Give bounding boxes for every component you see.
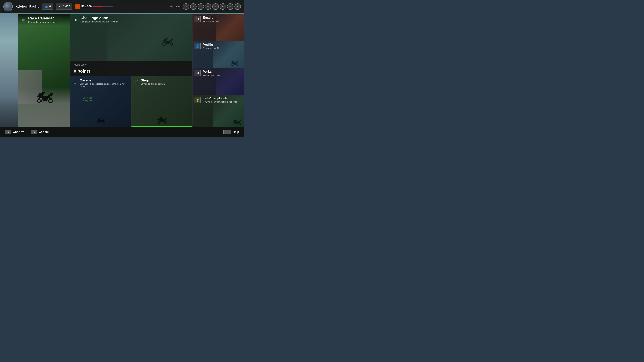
money-icon: £ [58, 5, 62, 8]
profile-title: Profile [202, 43, 220, 46]
emails-text: Emails View all your emails [202, 16, 220, 22]
irish-championship-title: Irish Championship [202, 97, 237, 100]
challenge-zone-panel[interactable]: 🏍 ◈ Challenge Zone Complete challenges a… [70, 14, 192, 76]
cancel-label: Cancel [39, 130, 49, 134]
irish-championship-content: 🏆 Irish Championship View the Irish Cham… [192, 95, 244, 127]
confirm-label: Confirm [13, 130, 24, 134]
help-action[interactable]: ALT Help [223, 130, 239, 134]
signature-badges: A B C D E F G H [183, 3, 241, 10]
profile-icon: 👤 [194, 43, 200, 49]
garage-panel[interactable]: 🏍 WILSONRACING 🏍 Garage View your bike c… [70, 76, 132, 127]
garage-icon: 🏍 [72, 80, 78, 86]
emails-content: ✉ Emails View all your emails [192, 14, 244, 40]
confirm-btn-symbol: ◄ [7, 131, 9, 133]
bottombar: ◄ Confirm ◄ Cancel ALT Help [0, 127, 244, 137]
xp-bar-fill [93, 6, 103, 7]
cancel-button-icon[interactable]: ◄ [31, 130, 37, 134]
sig-badge-b: B [190, 3, 196, 10]
stat-fans: 👥 0 [42, 3, 53, 9]
profile-content: 👤 Profile Display your profile [192, 41, 244, 67]
challenge-icon: ◈ [73, 17, 78, 22]
xp-icon: ↓ [75, 4, 80, 9]
sig-badge-e: E [212, 3, 219, 10]
help-label: Help [232, 130, 239, 134]
challenge-zone-description: Complete challenges and earn rewards [80, 20, 118, 23]
topbar: Kylotonn Racing 👥 0 £ 1 000 ↓ 50 / 100 S… [0, 0, 244, 13]
emails-description: View all your emails [202, 20, 220, 22]
perks-icon: ⊞ [194, 70, 200, 76]
fans-icon: 👥 [44, 5, 48, 8]
irish-championship-panel[interactable]: 🏍 🏆 Irish Championship View the Irish Ch… [192, 95, 244, 127]
confirm-button-icon[interactable]: ◄ [5, 130, 11, 134]
signatures-label: Signatures [170, 5, 181, 8]
medal-score-value: 0 points [74, 68, 189, 74]
shop-title-block: 🛒 Shop Buy bikes and equipment [132, 76, 192, 87]
profile-description: Display your profile [202, 47, 220, 49]
shop-icon: 🛒 [134, 79, 139, 84]
shop-description: Buy bikes and equipment [141, 83, 165, 85]
race-calendar-title-overlay: ▦ Race Calendar Plan and start your next… [18, 14, 70, 26]
xp-section: ↓ 50 / 100 [75, 4, 113, 9]
race-calendar-description: Plan and start your next races [28, 21, 57, 23]
race-calendar-text: Race Calendar Plan and start your next r… [28, 16, 57, 23]
irish-championship-text: Irish Championship View the Irish Champi… [202, 97, 237, 103]
stat-fans-value: 0 [49, 5, 51, 8]
perks-content: ⊞ Perks Manage your perks [192, 68, 244, 94]
confirm-action[interactable]: ◄ Confirm [5, 130, 24, 134]
medal-score-label: Medal score [74, 63, 189, 67]
challenge-zone-title-block: ◈ Challenge Zone Complete challenges and… [70, 14, 192, 25]
help-btn-symbol: ALT [226, 131, 228, 133]
profile-text: Profile Display your profile [202, 43, 220, 49]
emails-panel[interactable]: ✉ Emails View all your emails [192, 14, 244, 41]
stat-money-value: 1 000 [63, 5, 70, 8]
xp-bar [93, 6, 113, 7]
emails-title: Emails [202, 16, 220, 19]
medal-score-section: Medal score 0 points [70, 61, 192, 76]
stat-money: £ 1 000 [56, 3, 72, 9]
shop-text: Shop Buy bikes and equipment [141, 78, 165, 85]
irish-championship-description: View the Irish Championship standings [202, 101, 237, 103]
perks-text: Perks Manage your perks [202, 70, 220, 76]
sig-badge-f: F [220, 3, 226, 10]
email-icon: ✉ [194, 16, 200, 22]
sig-badge-d: D [205, 3, 211, 10]
sig-badge-c: C [198, 3, 204, 10]
topbar-right: Signatures A B C D E F G H [170, 3, 241, 10]
cancel-btn-symbol: ◄ [33, 131, 35, 133]
sig-badge-g: G [227, 3, 234, 10]
help-button-icon[interactable]: ALT [223, 130, 231, 134]
perks-description: Manage your perks [202, 74, 220, 76]
challenge-zone-title: Challenge Zone [80, 16, 118, 20]
profile-panel[interactable]: 🏍 👤 Profile Display your profile [192, 41, 244, 68]
race-calendar-title: Race Calendar [28, 16, 57, 20]
topbar-left: Kylotonn Racing 👥 0 £ 1 000 ↓ 50 / 100 [3, 2, 113, 11]
avatar [3, 2, 13, 11]
team-name: Kylotonn Racing [16, 5, 40, 8]
trophy-icon: 🏆 [194, 97, 200, 103]
shop-panel[interactable]: 🏍 🛒 Shop Buy bikes and equipment [132, 76, 192, 127]
garage-description: View your bike collection and prepare th… [80, 83, 129, 88]
cancel-action[interactable]: ◄ Cancel [31, 130, 49, 134]
race-calendar-panel[interactable]: 🏍 ▦ Race Calendar Plan and start your ne… [18, 14, 70, 127]
garage-title: Garage [80, 78, 129, 82]
challenge-zone-text: Challenge Zone Complete challenges and e… [80, 16, 118, 23]
sig-badge-h: H [234, 3, 241, 10]
calendar-icon: ▦ [21, 17, 26, 22]
perks-panel[interactable]: ⊞ Perks Manage your perks [192, 68, 244, 95]
xp-display: 50 / 100 [81, 5, 92, 8]
garage-text: Garage View your bike collection and pre… [80, 78, 129, 88]
shop-title: Shop [141, 78, 165, 82]
perks-title: Perks [202, 70, 220, 73]
avatar-image [4, 3, 12, 10]
garage-title-block: 🏍 Garage View your bike collection and p… [70, 76, 131, 90]
sig-badge-a: A [183, 3, 189, 10]
